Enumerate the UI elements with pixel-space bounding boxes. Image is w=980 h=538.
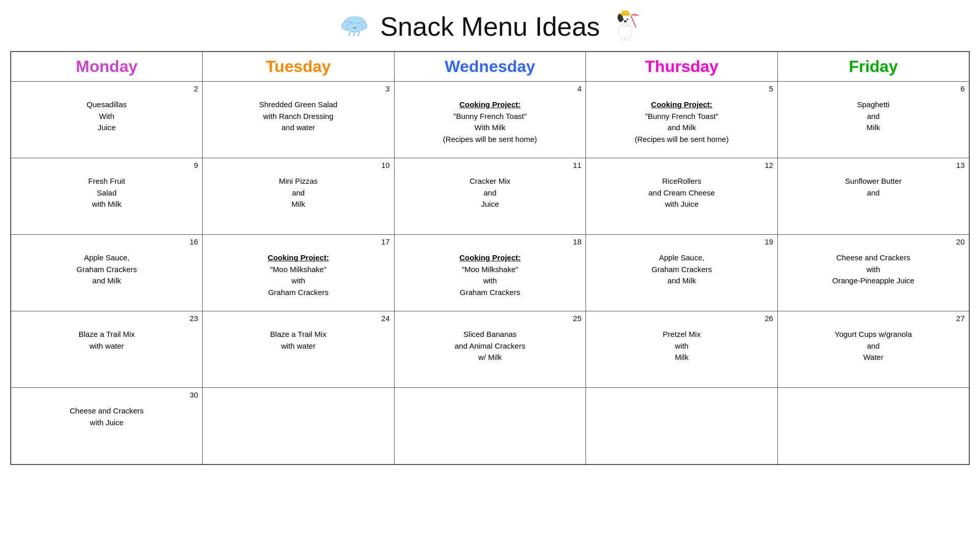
calendar-cell — [203, 388, 395, 464]
day-number: 30 — [189, 390, 198, 399]
day-number: 26 — [765, 314, 773, 323]
cell-text-line: Milk — [291, 200, 305, 208]
cloud-icon — [339, 10, 370, 43]
cell-content: Sunflower Butterand — [782, 176, 965, 199]
cell-text-line: with — [291, 276, 305, 285]
calendar-cell: 16Apple Sauce,Graham Crackersand Milk — [11, 235, 203, 311]
day-number: 5 — [769, 84, 773, 93]
day-number: 4 — [577, 84, 581, 93]
cell-content: Apple Sauce,Graham Crackersand Milk — [15, 252, 198, 287]
calendar-cell: 5Cooking Project:"Bunny French Toast"and… — [586, 82, 778, 158]
cell-text-line: Milk — [675, 353, 689, 361]
cell-text-line: with — [867, 265, 880, 274]
calendar-cell: 2QuesadillasWithJuice — [11, 82, 203, 158]
day-number: 27 — [956, 314, 965, 323]
header-wednesday: Wednesday — [394, 52, 586, 82]
svg-point-16 — [627, 19, 628, 20]
cell-text-line: Orange-Pineapple Juice — [832, 276, 914, 285]
day-number: 18 — [573, 237, 582, 246]
calendar-cell: 9Fresh FruitSaladwith Milk — [11, 158, 203, 235]
calendar-cell: 25Sliced Bananasand Animal Crackersw/ Mi… — [394, 311, 586, 388]
cell-text-line: and — [867, 188, 879, 197]
cell-text-line: and — [867, 341, 879, 350]
calendar-cell: 27Yogurt Cups w/granolaandWater — [777, 311, 969, 388]
cell-text-line: Shredded Green Salad — [259, 100, 337, 109]
calendar-cell — [586, 388, 778, 464]
cell-content: Cheese and Crackerswith Juice — [15, 405, 198, 428]
svg-rect-21 — [622, 37, 625, 41]
calendar-cell: 3Shredded Green Saladwith Ranch Dressing… — [203, 82, 395, 158]
cell-text-line: With Milk — [475, 123, 506, 132]
calendar-cell: 20Cheese and CrackerswithOrange-Pineappl… — [777, 235, 969, 311]
cell-text-line: Sliced Bananas — [463, 330, 517, 338]
cell-text-line: Apple Sauce, — [84, 253, 129, 262]
cell-text-line: (Recipes will be sent home) — [634, 135, 728, 143]
cell-text-line: Juice — [98, 123, 116, 132]
cell-text-line: Spaghetti — [857, 100, 889, 109]
cell-text-line: with — [675, 341, 689, 350]
page-header: Snack Menu Ideas — [10, 10, 970, 43]
calendar-cell: 4Cooking Project:"Bunny French Toast"Wit… — [394, 82, 586, 158]
header-friday: Friday — [777, 52, 969, 82]
calendar-cell: 10Mini PizzasandMilk — [203, 158, 395, 235]
cell-text-line: Milk — [867, 123, 880, 132]
calendar-table: Monday Tuesday Wednesday Thursday Friday… — [10, 51, 970, 465]
svg-point-10 — [357, 25, 358, 26]
cell-content: Cooking Project:"Moo Milkshake"withGraha… — [207, 252, 390, 298]
cooking-project-label: Cooking Project: — [459, 100, 521, 109]
svg-rect-19 — [622, 11, 628, 15]
cell-content: QuesadillasWithJuice — [15, 99, 198, 134]
calendar-cell: 13Sunflower Butterand — [777, 158, 969, 235]
cell-text-line: RiceRollers — [662, 177, 701, 185]
cell-text-line: "Moo Milkshake" — [462, 265, 519, 274]
cell-text-line: and Cream Cheese — [649, 188, 715, 197]
cell-content: RiceRollersand Cream Cheesewith Juice — [590, 176, 773, 210]
cell-text-line: and — [292, 188, 305, 197]
cell-content: SpaghettiandMilk — [782, 99, 965, 134]
svg-line-5 — [353, 32, 354, 36]
day-number: 20 — [956, 237, 965, 246]
page-title: Snack Menu Ideas — [380, 11, 600, 42]
cell-text-line: Mini Pizzas — [279, 177, 317, 185]
calendar-cell — [394, 388, 586, 464]
calendar-cell: 17Cooking Project:"Moo Milkshake"withGra… — [203, 235, 395, 311]
cell-text-line: with Juice — [665, 200, 699, 208]
calendar-cell: 30Cheese and Crackerswith Juice — [11, 388, 203, 464]
day-number: 24 — [381, 314, 390, 323]
cooking-project-label: Cooking Project: — [651, 100, 713, 109]
day-number: 10 — [381, 161, 390, 169]
cell-text-line: Water — [863, 353, 883, 361]
cell-text-line: Pretzel Mix — [663, 330, 700, 338]
calendar-cell: 6SpaghettiandMilk — [777, 82, 969, 158]
cell-text-line: Cheese and Crackers — [836, 253, 910, 262]
cell-text-line: Cheese and Crackers — [70, 406, 144, 415]
cooking-project-label: Cooking Project: — [459, 253, 521, 262]
svg-point-14 — [624, 20, 627, 22]
day-number: 9 — [194, 161, 198, 169]
cell-text-line: Blaze a Trail Mix — [79, 330, 135, 338]
cell-text-line: With — [99, 112, 114, 120]
calendar-cell — [777, 388, 969, 464]
calendar-cell: 24Blaze a Trail Mixwith water — [203, 311, 395, 388]
header-thursday: Thursday — [586, 52, 778, 82]
svg-point-3 — [346, 23, 363, 32]
cell-text-line: Juice — [481, 200, 499, 208]
svg-line-20 — [631, 16, 636, 28]
day-number: 3 — [385, 84, 389, 93]
cell-content: Cooking Project:"Moo Milkshake"withGraha… — [399, 252, 582, 298]
cell-content: Yogurt Cups w/granolaandWater — [782, 329, 965, 363]
day-number: 12 — [765, 161, 773, 169]
cell-text-line: Sunflower Butter — [845, 177, 901, 185]
cooking-project-label: Cooking Project: — [267, 253, 329, 262]
calendar-cell: 12RiceRollersand Cream Cheesewith Juice — [586, 158, 778, 235]
svg-rect-22 — [626, 37, 629, 41]
day-number: 11 — [573, 161, 582, 169]
day-number: 16 — [189, 237, 198, 246]
cell-text-line: Graham Crackers — [77, 265, 137, 274]
cell-text-line: w/ Milk — [478, 353, 502, 361]
cell-text-line: with Ranch Dressing — [263, 112, 334, 120]
cell-text-line: Graham Crackers — [651, 265, 712, 274]
cell-content: Sliced Bananasand Animal Crackersw/ Milk — [399, 329, 582, 363]
svg-point-9 — [351, 25, 352, 26]
cell-content: Blaze a Trail Mixwith water — [207, 329, 390, 352]
